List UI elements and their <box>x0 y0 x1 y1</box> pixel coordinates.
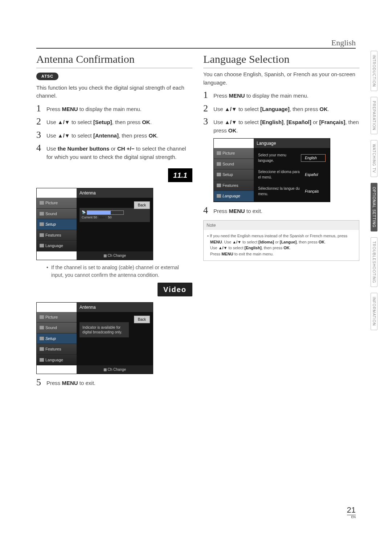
setup-icon <box>40 222 44 226</box>
step-number: 4 <box>36 143 46 153</box>
atsc-badge: ATSC <box>36 73 58 80</box>
osd-antenna-video: Antenna Picture Sound Setup Features Lan… <box>36 302 153 374</box>
menu-item-setup[interactable]: Setup <box>214 169 254 180</box>
note-body: • If you need the English menus instead … <box>204 230 359 260</box>
osd-header: Language <box>254 139 330 148</box>
note-header: Note <box>204 221 359 230</box>
step-number: 2 <box>203 104 213 113</box>
osd-language: Language Picture Sound Setup Features La… <box>213 138 330 202</box>
channel-indicator: 11.1 <box>168 168 192 182</box>
top-rule <box>36 48 356 49</box>
step-number: 3 <box>36 130 46 140</box>
signal-bar <box>87 210 124 215</box>
section-tabs: INTRODUCTION PREPARATION WATCHING TV OPT… <box>371 51 377 330</box>
tab-preparation[interactable]: PREPARATION <box>371 97 377 134</box>
note-box: Note • If you need the English menus ins… <box>203 220 359 261</box>
back-button[interactable]: Back <box>134 316 150 323</box>
menu-item-setup[interactable]: Setup <box>37 219 77 230</box>
menu-item-picture[interactable]: Picture <box>37 312 77 323</box>
step-3-text: Use ▲/▼ to select [Antenna], then press … <box>46 130 192 140</box>
step-number: 1 <box>36 104 46 113</box>
analog-note: If the channel is set to analog (cable) … <box>46 264 192 279</box>
language-intro: You can choose English, Spanish, or Fren… <box>203 70 359 87</box>
osd-side-menu: Picture Sound Setup Features Language <box>214 148 254 202</box>
r-step-3: Use ▲/▼ to select [English], [Español] o… <box>213 117 359 135</box>
signal-strength-box: 📡 Current 50 Max 50 <box>79 208 150 222</box>
step-number: 3 <box>203 117 213 126</box>
sound-icon <box>217 162 221 166</box>
step-number: 4 <box>203 206 213 215</box>
picture-icon <box>217 151 221 155</box>
step-4-text: Use the Number buttons or CH +/− to sele… <box>46 143 192 161</box>
left-column: Antenna Confirmation ATSC This function … <box>36 51 192 391</box>
osd-header: Antenna <box>77 188 153 198</box>
setup-icon <box>40 337 44 340</box>
step-number: 1 <box>203 90 213 100</box>
back-button[interactable]: Back <box>134 201 150 209</box>
tab-introduction[interactable]: INTRODUCTION <box>371 51 377 91</box>
step-2-text: Use ▲/▼ to select [Setup], then press OK… <box>46 117 192 127</box>
menu-item-setup[interactable]: Setup <box>37 333 77 344</box>
menu-item-sound[interactable]: Sound <box>37 323 77 333</box>
menu-item-picture[interactable]: Picture <box>214 148 254 159</box>
indicator-message: Indicator is available for digital broad… <box>79 322 129 337</box>
r-step-2: Use ▲/▼ to select [Language], then press… <box>213 104 359 114</box>
page-number: 21 EN <box>347 505 356 519</box>
menu-item-features[interactable]: Features <box>37 230 77 241</box>
tab-troubleshooting[interactable]: TROUBLESHOOTING <box>371 237 377 287</box>
antenna-icon: 📡 <box>82 210 86 214</box>
step-number: 5 <box>36 378 46 387</box>
section-title-antenna: Antenna Confirmation <box>36 51 192 68</box>
menu-item-sound[interactable]: Sound <box>214 159 254 170</box>
menu-item-sound[interactable]: Sound <box>37 209 77 219</box>
lang-option-francais[interactable]: Français <box>301 188 326 195</box>
lang-option-espanol[interactable]: Español <box>301 171 326 178</box>
step-1-text: Press MENU to display the main menu. <box>46 104 192 114</box>
language-icon <box>40 244 44 247</box>
sound-icon <box>40 212 44 216</box>
osd-header: Antenna <box>77 303 153 312</box>
menu-item-language[interactable]: Language <box>37 355 77 366</box>
step-number: 2 <box>36 117 46 126</box>
sound-icon <box>40 326 44 329</box>
picture-icon <box>40 315 44 319</box>
grid-icon: ▦ <box>103 254 107 258</box>
osd-footer: ▦ Ch Change <box>77 251 153 260</box>
menu-item-language[interactable]: Language <box>214 191 254 202</box>
language-icon <box>217 194 221 198</box>
features-icon <box>217 184 221 187</box>
language-icon <box>40 358 44 362</box>
tab-optional-setting[interactable]: OPTIONAL SETTING <box>371 183 377 231</box>
lang-row-english[interactable]: Select your menu language. English <box>257 149 327 166</box>
features-icon <box>40 233 44 237</box>
r-step-4: Press MENU to exit. <box>213 206 359 216</box>
osd-side-menu: Picture Sound Setup Features Language <box>37 312 77 366</box>
video-indicator: Video <box>158 283 192 296</box>
lang-row-espanol[interactable]: Seleccione el idioma para el menú. Españ… <box>257 166 327 183</box>
antenna-intro: This function lets you check the digital… <box>36 84 192 100</box>
page-language-header: English <box>331 38 356 48</box>
tab-watching-tv[interactable]: WATCHING TV <box>371 140 377 177</box>
right-column: Language Selection You can choose Englis… <box>203 51 359 391</box>
menu-item-language[interactable]: Language <box>37 241 77 251</box>
grid-icon: ▦ <box>103 368 107 372</box>
menu-item-features[interactable]: Features <box>37 344 77 355</box>
osd-footer: ▦ Ch Change <box>77 365 153 374</box>
osd-side-menu: Picture Sound Setup Features Language <box>37 198 77 251</box>
section-title-language: Language Selection <box>203 51 359 68</box>
setup-icon <box>217 173 221 176</box>
lang-option-english[interactable]: English <box>301 154 326 162</box>
tab-information[interactable]: INFORMATION <box>371 293 377 330</box>
menu-item-features[interactable]: Features <box>214 180 254 191</box>
osd-antenna-signal: Antenna Picture Sound Setup Features Lan… <box>36 188 153 260</box>
features-icon <box>40 347 44 351</box>
step-5-text: Press MENU to exit. <box>46 378 192 387</box>
r-step-1: Press MENU to display the main menu. <box>213 90 359 100</box>
menu-item-picture[interactable]: Picture <box>37 198 77 209</box>
picture-icon <box>40 201 44 205</box>
lang-row-francais[interactable]: Sélectionnez la langue du menu. Français <box>257 183 327 200</box>
